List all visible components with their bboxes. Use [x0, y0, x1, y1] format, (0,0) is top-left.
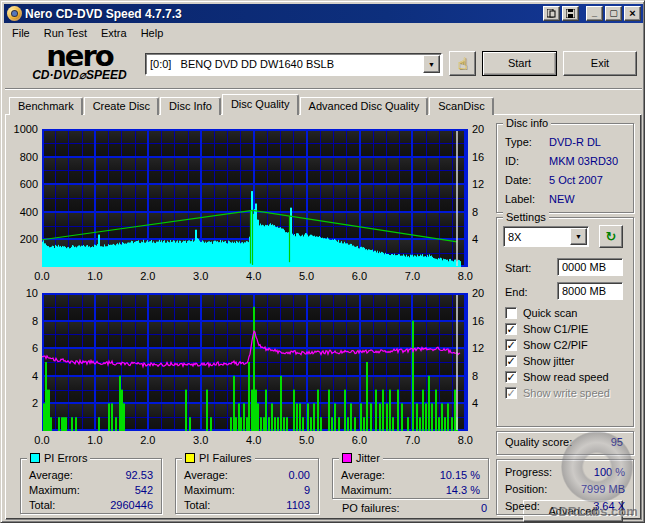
- refresh-button[interactable]: ↻: [599, 225, 623, 248]
- chevron-down-icon[interactable]: ▼: [423, 55, 440, 73]
- disc-info-value: DVD-R DL: [549, 136, 601, 148]
- x-axis-tick-label: 0.0: [27, 270, 57, 282]
- y-axis-tick-label: 10: [10, 287, 38, 299]
- quality-score-value: 95: [611, 436, 623, 448]
- quality-score-panel: Quality score: 95: [496, 431, 634, 455]
- disc-info-label: Date:: [505, 174, 531, 186]
- pi-errors-stat-row: Total:2960446: [29, 499, 153, 511]
- eject-button[interactable]: ☝: [449, 51, 476, 76]
- checkbox-show-jitter[interactable]: ✓Show jitter: [505, 354, 574, 368]
- drive-select[interactable]: [0:0] BENQ DVD DD DW1640 BSLB ▼: [145, 53, 442, 75]
- x-axis-tick-label: 0.0: [27, 434, 57, 446]
- checkbox-box[interactable]: ✓: [505, 339, 517, 351]
- jitter-legend-label: Jitter: [356, 452, 380, 464]
- tab-advanced-disc-quality[interactable]: Advanced Disc Quality: [300, 97, 429, 115]
- minimize-button[interactable]: _: [586, 6, 603, 21]
- pi-failures-stats-panel: PI FailuresAverage:0.00Maximum:9Total:11…: [175, 458, 319, 514]
- x-axis-tick-label: 2.0: [133, 270, 163, 282]
- po-failures-row: PO failures: 0: [342, 502, 487, 514]
- x-axis-tick-label: 1.0: [80, 434, 110, 446]
- close-button[interactable]: ×: [624, 6, 641, 21]
- disc-info-title: Disc info: [503, 117, 551, 129]
- speed-select-value: 8X: [504, 231, 569, 243]
- progress-row: Speed:3.64 X: [505, 500, 625, 512]
- jitter-stat-label: Maximum:: [341, 484, 392, 496]
- checkbox-show-read-speed[interactable]: ✓Show read speed: [505, 370, 609, 384]
- chevron-down-icon[interactable]: ▼: [570, 228, 587, 245]
- disc-quality-page: 1000800600400200 20161284 0.01.02.03.04.…: [5, 114, 642, 520]
- y-axis-tick-label: 6: [10, 342, 38, 354]
- x-axis-tick-label: 4.0: [239, 270, 269, 282]
- report-icon: [547, 9, 556, 18]
- checkbox-box[interactable]: [505, 307, 517, 319]
- tab-disc-quality[interactable]: Disc Quality: [222, 94, 299, 115]
- y-axis-tick-label: 400: [10, 206, 38, 218]
- nero-logo: nero CD·DVD⌀SPEED: [17, 43, 142, 81]
- checkbox-label: Quick scan: [523, 307, 577, 319]
- checkbox-show-c1-pie[interactable]: ✓Show C1/PIE: [505, 322, 588, 336]
- checkbox-label: Show C2/PIF: [523, 339, 588, 351]
- report-button[interactable]: [543, 6, 560, 21]
- tab-disc-info[interactable]: Disc Info: [160, 97, 221, 115]
- drive-select-value: [0:0] BENQ DVD DD DW1640 BSLB: [146, 58, 422, 70]
- checkbox-box: ✓: [505, 387, 517, 399]
- jitter-legend: Jitter: [339, 452, 383, 464]
- y-axis-right-tick-label: 4: [472, 397, 492, 409]
- disc-info-label: Label:: [505, 193, 535, 205]
- pi-errors-legend-swatch: [30, 453, 40, 463]
- y-axis-tick-label: 1000: [10, 123, 38, 135]
- checkbox-box[interactable]: ✓: [505, 323, 517, 335]
- start-mb-field[interactable]: 0000 MB: [557, 258, 623, 276]
- quality-score-label: Quality score:: [505, 436, 572, 448]
- x-axis-tick-label: 1.0: [80, 270, 110, 282]
- hand-icon: ☝: [458, 54, 468, 73]
- pi-errors-stat-value: 92.53: [125, 469, 153, 481]
- checkbox-show-c2-pif[interactable]: ✓Show C2/PIF: [505, 338, 588, 352]
- end-mb-label: End:: [505, 286, 528, 298]
- x-axis-tick-label: 7.0: [397, 270, 427, 282]
- tab-create-disc[interactable]: Create Disc: [84, 97, 159, 115]
- tab-benchmark[interactable]: Benchmark: [9, 97, 83, 115]
- cd-dvd-speed-logo-text: CD·DVD⌀SPEED: [17, 69, 142, 81]
- close-icon: ×: [629, 9, 635, 18]
- pi-failures-stat-value: 0.00: [289, 469, 310, 481]
- maximize-button[interactable]: ▢: [605, 6, 622, 21]
- disc-info-panel: Disc info Type:DVD-R DLID:MKM 03RD30Date…: [496, 123, 634, 213]
- save-button[interactable]: [562, 6, 579, 21]
- checkbox-box[interactable]: ✓: [505, 371, 517, 383]
- checkbox-box[interactable]: ✓: [505, 355, 517, 367]
- jitter-stat-row: Maximum:14.3 %: [341, 484, 480, 496]
- start-button[interactable]: Start: [482, 51, 557, 76]
- progress-row: Position:7999 MB: [505, 483, 625, 495]
- jitter-legend-swatch: [342, 453, 352, 463]
- pi-failures-stat-value: 9: [304, 484, 310, 496]
- x-axis-tick-label: 5.0: [292, 434, 322, 446]
- pi-errors-stat-row: Maximum:542: [29, 484, 153, 496]
- y-axis-right-tick-label: 8: [472, 370, 492, 382]
- disc-info-value: NEW: [549, 193, 575, 205]
- window-title: Nero CD-DVD Speed 4.7.7.3: [25, 7, 541, 21]
- checkbox-label: Show jitter: [523, 355, 574, 367]
- pi-failures-legend: PI Failures: [182, 452, 255, 464]
- pi-errors-legend: PI Errors: [27, 452, 90, 464]
- pi-failures-legend-label: PI Failures: [199, 452, 252, 464]
- x-axis-tick-label: 4.0: [239, 434, 269, 446]
- jitter-stats-panel: JitterAverage:10.15 %Maximum:14.3 %: [332, 458, 489, 499]
- pi-errors-stat-value: 542: [135, 484, 153, 496]
- menu-file[interactable]: File: [5, 25, 37, 41]
- y-axis-right-tick-label: 12: [472, 342, 492, 354]
- disc-info-value: 5 Oct 2007: [549, 174, 603, 186]
- checkbox-quick-scan[interactable]: Quick scan: [505, 306, 577, 320]
- y-axis-tick-label: 800: [10, 151, 38, 163]
- title-bar[interactable]: Nero CD-DVD Speed 4.7.7.3 _ ▢ ×: [4, 4, 643, 23]
- menu-help[interactable]: Help: [134, 25, 171, 41]
- tab-scandisc[interactable]: ScanDisc: [429, 97, 493, 115]
- jitter-stat-value: 14.3 %: [446, 484, 480, 496]
- end-mb-field[interactable]: 8000 MB: [557, 282, 623, 300]
- exit-button[interactable]: Exit: [563, 51, 637, 76]
- save-icon: [566, 9, 575, 18]
- speed-select[interactable]: 8X ▼: [503, 226, 589, 247]
- x-axis-tick-label: 2.0: [133, 434, 163, 446]
- pi-errors-legend-label: PI Errors: [44, 452, 87, 464]
- y-axis-tick-label: 200: [10, 233, 38, 245]
